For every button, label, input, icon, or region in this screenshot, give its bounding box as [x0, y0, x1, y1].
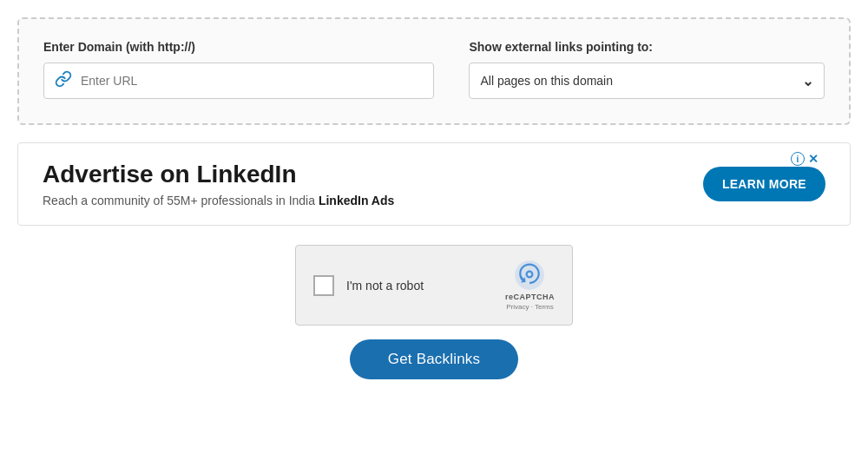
recaptcha-text: reCAPTCHA	[505, 293, 555, 301]
ad-info-icon[interactable]: i	[791, 152, 805, 166]
ad-subtitle: Reach a community of 55M+ professionals …	[43, 194, 703, 207]
url-input[interactable]	[81, 74, 423, 88]
domain-select[interactable]: All pages on this domain ⌄	[469, 63, 825, 99]
domain-group: Enter Domain (with http://)	[43, 40, 434, 99]
captcha-checkbox[interactable]	[313, 275, 334, 296]
ad-close-icon[interactable]: ✕	[808, 152, 819, 166]
chevron-down-icon: ⌄	[802, 73, 813, 89]
link-icon	[55, 70, 72, 92]
ad-content: Advertise on LinkedIn Reach a community …	[43, 161, 703, 207]
domain-select-value: All pages on this domain	[480, 74, 613, 88]
get-backlinks-button[interactable]: Get Backlinks	[350, 339, 519, 379]
domain-label: Enter Domain (with http://)	[43, 40, 434, 54]
captcha-box: I'm not a robot reCAPTCHA Privacy · Term…	[295, 245, 573, 326]
learn-more-button[interactable]: LEARN MORE	[703, 167, 825, 201]
ad-subtitle-text: Reach a community of 55M+ professionals …	[43, 194, 315, 207]
privacy-link[interactable]: Privacy	[506, 303, 529, 311]
url-input-wrapper[interactable]	[43, 63, 434, 99]
recaptcha-logo	[514, 260, 545, 291]
captcha-left: I'm not a robot	[313, 275, 424, 296]
captcha-label: I'm not a robot	[346, 279, 424, 293]
ad-badge: i ✕	[791, 152, 819, 166]
ad-container: i ✕ Advertise on LinkedIn Reach a commun…	[17, 142, 851, 226]
captcha-right: reCAPTCHA Privacy · Terms	[505, 260, 555, 311]
terms-link[interactable]: Terms	[535, 303, 554, 311]
ad-subtitle-brand: LinkedIn Ads	[319, 194, 394, 207]
links-group: Show external links pointing to: All pag…	[469, 40, 825, 99]
links-label: Show external links pointing to:	[469, 40, 825, 54]
form-row: Enter Domain (with http://) Show externa…	[43, 40, 825, 99]
captcha-section: I'm not a robot reCAPTCHA Privacy · Term…	[17, 245, 851, 379]
ad-title: Advertise on LinkedIn	[43, 161, 703, 188]
form-container: Enter Domain (with http://) Show externa…	[17, 17, 851, 125]
recaptcha-links: Privacy · Terms	[506, 303, 554, 311]
